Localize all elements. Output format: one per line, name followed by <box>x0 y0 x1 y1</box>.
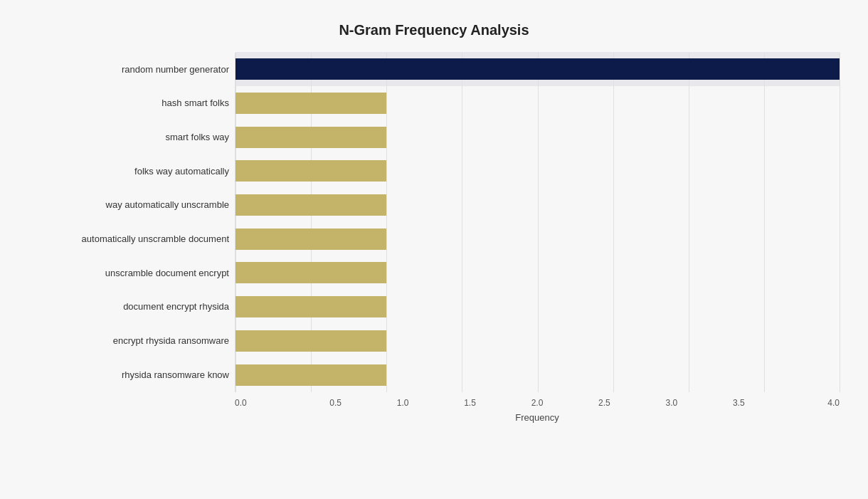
bar-row <box>235 124 840 151</box>
bar-row <box>235 157 840 184</box>
bar-row <box>235 259 840 286</box>
bar-row <box>235 327 840 354</box>
x-tick: 1.5 <box>436 398 503 408</box>
y-label: automatically unscramble document <box>28 233 229 245</box>
bar <box>235 364 386 386</box>
y-label: unscramble document encrypt <box>28 268 229 279</box>
y-labels: random number generatorhash smart folkss… <box>28 53 235 392</box>
chart-container: N-Gram Frequency Analysis random number … <box>14 8 854 492</box>
bar <box>235 229 386 250</box>
x-tick: 3.0 <box>638 398 705 408</box>
bar <box>235 296 386 317</box>
y-label: random number generator <box>28 64 229 75</box>
chart-title: N-Gram Frequency Analysis <box>28 22 840 38</box>
x-tick: 0.5 <box>302 398 369 408</box>
y-label: folks way automatically <box>28 166 229 177</box>
y-label: way automatically unscramble <box>28 199 229 211</box>
y-label: document encrypt rhysida <box>28 301 229 312</box>
bar <box>235 58 840 80</box>
bar-row <box>235 362 840 389</box>
x-axis: 0.00.51.01.52.02.53.03.54.0 <box>28 398 840 408</box>
bar-row <box>235 90 840 117</box>
x-tick: 2.5 <box>571 398 637 408</box>
x-tick: 1.0 <box>369 398 436 408</box>
grid-line <box>840 53 840 392</box>
x-tick: 3.5 <box>705 398 772 408</box>
y-label: encrypt rhysida ransomware <box>28 335 229 347</box>
bar <box>235 127 386 148</box>
bar <box>235 160 386 182</box>
x-tick: 2.0 <box>504 398 571 408</box>
chart-area: random number generatorhash smart folkss… <box>28 53 840 423</box>
x-axis-label: Frequency <box>28 412 840 423</box>
bar-row <box>235 293 840 320</box>
bar <box>235 262 386 283</box>
bar <box>235 330 386 352</box>
bar-row <box>235 191 840 219</box>
x-tick: 4.0 <box>773 398 840 408</box>
bars-grid <box>235 53 840 392</box>
bar-row <box>235 56 840 83</box>
bar <box>235 93 386 114</box>
bar-row <box>235 226 840 253</box>
y-label: hash smart folks <box>28 98 229 109</box>
x-tick: 0.0 <box>235 398 302 408</box>
y-label: rhysida ransomware know <box>28 369 229 381</box>
bar <box>235 194 386 216</box>
y-label: smart folks way <box>28 132 229 143</box>
grid-and-bars: random number generatorhash smart folkss… <box>28 53 840 392</box>
